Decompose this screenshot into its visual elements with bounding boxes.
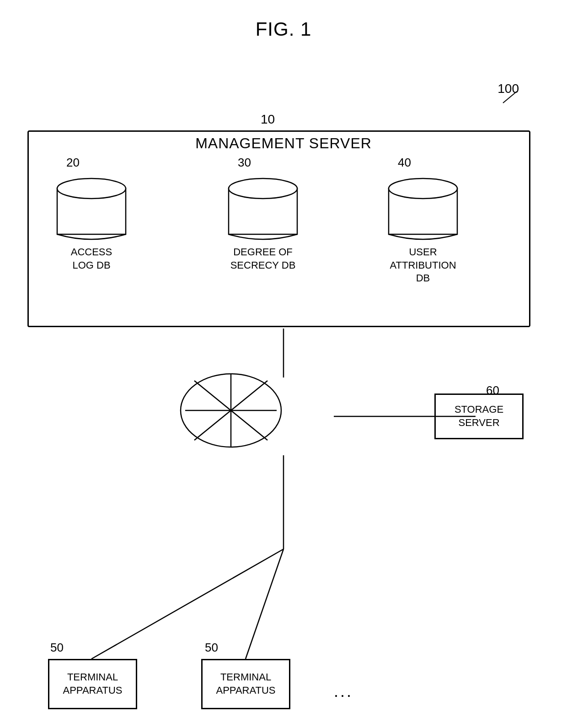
terminal-apparatus-1: TERMINALAPPARATUS	[48, 659, 137, 709]
db-access-cylinder	[53, 173, 130, 241]
terminal-apparatus-2-label: TERMINALAPPARATUS	[216, 671, 276, 697]
svg-line-4	[91, 549, 284, 659]
terminal-apparatus-2: TERMINALAPPARATUS	[201, 659, 290, 709]
network-node	[178, 371, 284, 453]
management-server-label: MANAGEMENT SERVER	[195, 135, 372, 152]
db-access-ref: 20	[66, 156, 80, 170]
terminal-apparatus-1-label: TERMINALAPPARATUS	[63, 671, 123, 697]
ref-100: 100	[497, 81, 519, 96]
db-user-ref: 40	[398, 156, 411, 170]
db-secrecy-ref: 30	[238, 156, 251, 170]
storage-server-box: STORAGESERVER	[434, 394, 524, 439]
db-secrecy-cylinder	[224, 173, 302, 241]
ref-50-1: 50	[50, 641, 64, 655]
storage-server-label: STORAGESERVER	[455, 403, 503, 429]
db-secrecy-label: DEGREE OFSECRECY DB	[230, 246, 296, 272]
db-user-label: USERATTRIBUTIONDB	[390, 246, 456, 285]
page-container: FIG. 1 100 10 MANAGEMENT SERVER 20 ACCES…	[0, 0, 567, 728]
svg-point-9	[229, 178, 297, 199]
db-secrecy: 30 DEGREE OFSECRECY DB	[224, 156, 302, 272]
svg-point-7	[57, 178, 126, 199]
ref-10: 10	[261, 112, 275, 127]
diagram-connections	[0, 0, 567, 728]
db-access-label: ACCESSLOG DB	[71, 246, 112, 272]
ref-50-2: 50	[205, 641, 218, 655]
svg-line-5	[246, 549, 284, 659]
page-title: FIG. 1	[256, 18, 312, 40]
db-access-log: 20 ACCESSLOG DB	[53, 156, 130, 272]
ellipsis: ...	[334, 682, 353, 701]
svg-point-11	[389, 178, 457, 199]
db-user-attribution: 40 USERATTRIBUTIONDB	[384, 156, 462, 285]
db-user-cylinder	[384, 173, 462, 241]
